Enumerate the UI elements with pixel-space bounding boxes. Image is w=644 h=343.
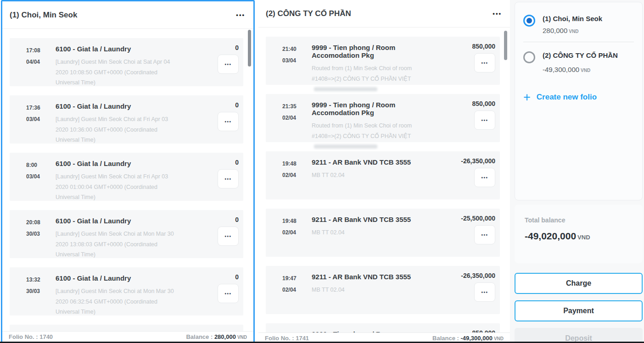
transaction-time: 8:00 xyxy=(26,162,56,168)
transaction-row: 17:08 04/04 6100 - Giat la / Laundry [La… xyxy=(10,38,243,86)
transaction-time: 17:08 xyxy=(26,47,56,54)
transaction-amount: 0 xyxy=(235,101,239,109)
transaction-date: 02/04 xyxy=(282,229,312,236)
transaction-timestamp: 13:32 30/03 xyxy=(10,273,56,315)
transaction-row: 20:08 30/03 6100 - Giat la / Laundry [La… xyxy=(10,210,243,258)
radio-unselected-icon[interactable] xyxy=(523,51,535,63)
transaction-amount: 0 xyxy=(235,216,239,223)
transaction-title: 6100 - Giat la / Laundry xyxy=(56,160,174,167)
folio-option-label: (1) Choi, Min Seok xyxy=(543,13,602,22)
transaction-amount: 850,000 xyxy=(472,329,495,332)
transaction-time: 17:36 xyxy=(26,105,56,111)
folio-sidebar: (1) Choi, Min Seok 280,000VND (2) CÔNG T… xyxy=(510,0,644,343)
folio-column-2: (2) CÔNG TY CỔ PHẦN ••• 21:40 03/04 9999… xyxy=(258,0,510,343)
transaction-menu-button[interactable]: ••• xyxy=(218,55,239,74)
folio-selector-card: (1) Choi, Min Seok 280,000VND (2) CÔNG T… xyxy=(515,2,643,200)
transaction-timestamp: 21:40 03/04 xyxy=(266,43,312,85)
transaction-menu-button[interactable]: ••• xyxy=(474,282,495,302)
transaction-timestamp: 19:48 02/04 xyxy=(266,157,312,199)
folio-number: Folio No. : 1741 xyxy=(265,335,309,342)
transaction-row: 21:35 02/04 9999 - Tien phong / Room Acc… xyxy=(266,94,500,142)
transaction-description: Routed from (1) Min Seok Choi of room #1… xyxy=(312,121,431,152)
transaction-menu-button[interactable]: ••• xyxy=(218,284,239,303)
create-new-folio-button[interactable]: + Create new folio xyxy=(523,93,634,102)
folio-option-amount: -49,300,000VND xyxy=(543,66,618,73)
redacted-text xyxy=(314,87,377,91)
transaction-menu-button[interactable]: ••• xyxy=(474,111,495,130)
folio-option-1[interactable]: (1) Choi, Min Seok 280,000VND xyxy=(523,13,634,34)
total-balance-card: Total balance -49,020,000VND xyxy=(515,205,643,263)
transaction-row: 6100 - Giat la / Laundry 0 ••• xyxy=(10,325,243,331)
transaction-menu-button[interactable]: ••• xyxy=(474,53,495,72)
folio-2-menu-icon[interactable]: ••• xyxy=(493,10,502,17)
transaction-amount: -26,350,000 xyxy=(461,157,495,165)
transaction-description: [Laundry] Guest Min Seok Choi at Fri Apr… xyxy=(56,172,174,203)
transaction-description: [Laundry] Guest Min Seok Choi at Fri Apr… xyxy=(56,114,174,145)
transaction-amount: 850,000 xyxy=(472,43,495,50)
transaction-timestamp xyxy=(10,331,56,331)
folio-number: Folio No. : 1740 xyxy=(9,333,53,340)
transaction-menu-button[interactable]: ••• xyxy=(218,227,239,246)
charge-button[interactable]: Charge xyxy=(515,273,643,294)
transaction-row: 19:47 02/04 9211 - AR Bank VND TCB 3555 … xyxy=(266,266,500,314)
transaction-date: 30/03 xyxy=(26,288,56,294)
scrollbar-thumb[interactable] xyxy=(248,30,251,66)
transaction-row: 17:36 03/04 6100 - Giat la / Laundry [La… xyxy=(10,95,243,144)
folio-option-2[interactable]: (2) CÔNG TY CỔ PHẦN -49,300,000VND xyxy=(523,50,634,73)
transaction-description: MB TT 02.04 xyxy=(312,227,431,238)
folio-1-footer: Folio No. : 1740 Balance : 280,000VND xyxy=(2,331,253,342)
transaction-date: 02/04 xyxy=(282,287,312,293)
transaction-title: 9211 - AR Bank VND TCB 3555 xyxy=(312,273,431,281)
transaction-date: 03/04 xyxy=(282,57,312,64)
folio-1-transaction-list: 17:08 04/04 6100 - Giat la / Laundry [La… xyxy=(2,29,253,331)
transaction-timestamp: 21:35 02/04 xyxy=(266,100,312,142)
total-balance-amount: -49,020,000VND xyxy=(525,231,633,242)
transaction-menu-button[interactable]: ••• xyxy=(218,169,239,188)
transaction-description: MB TT 02.04 xyxy=(312,285,431,295)
transaction-description: Routed from (1) Min Seok Choi of room #1… xyxy=(312,63,431,94)
radio-selected-icon[interactable] xyxy=(523,15,535,27)
transaction-title: 9999 - Tien phong / Room Accomodation Pk… xyxy=(312,101,431,116)
transaction-description: [Laundry] Guest Min Seok Choi at Mon Mar… xyxy=(56,229,174,260)
scrollbar-thumb[interactable] xyxy=(504,31,507,60)
transaction-row: 13:32 30/03 6100 - Giat la / Laundry [La… xyxy=(10,267,243,315)
folio-2-transaction-list: 21:40 03/04 9999 - Tien phong / Room Acc… xyxy=(258,28,510,332)
plus-icon: + xyxy=(523,93,531,101)
transaction-row: 8:00 03/04 6100 - Giat la / Laundry [Lau… xyxy=(10,153,243,201)
transaction-time: 21:40 xyxy=(282,46,312,52)
transaction-title: 9211 - AR Bank VND TCB 3555 xyxy=(312,158,431,166)
transaction-row: 21:50 9999 - Tien phong / Room Accomodat… xyxy=(266,323,500,332)
transaction-date: 03/04 xyxy=(26,173,56,180)
transaction-description: [Laundry] Guest Min Seok Choi at Sat Apr… xyxy=(56,57,174,88)
folio-balance: Balance : 280,000VND xyxy=(186,333,247,340)
transaction-title: 9999 - Tien phong / Room Accomodation Pk… xyxy=(312,330,431,332)
payment-button[interactable]: Payment xyxy=(515,300,643,321)
transaction-description: MB TT 02.04 xyxy=(312,170,431,181)
transaction-time: 19:48 xyxy=(282,160,312,167)
transaction-time: 20:08 xyxy=(26,219,56,226)
folio-2-title: (2) CÔNG TY CỔ PHẦN xyxy=(266,9,351,18)
folio-1-menu-icon[interactable]: ••• xyxy=(236,11,245,18)
transaction-amount: 850,000 xyxy=(472,100,495,107)
folio-1-header: (1) Choi, Min Seok ••• xyxy=(2,1,253,29)
transaction-timestamp: 8:00 03/04 xyxy=(10,159,56,201)
transaction-row: 19:48 02/04 9211 - AR Bank VND TCB 3555 … xyxy=(266,151,500,199)
create-new-folio-label: Create new folio xyxy=(537,93,597,102)
transaction-timestamp: 17:08 04/04 xyxy=(10,44,56,86)
transaction-menu-button[interactable]: ••• xyxy=(474,168,495,187)
transaction-timestamp: 21:50 xyxy=(266,329,312,332)
transaction-date: 30/03 xyxy=(26,231,56,237)
transaction-amount: 0 xyxy=(235,331,239,331)
transaction-date: 04/04 xyxy=(26,59,56,65)
transaction-menu-button[interactable]: ••• xyxy=(474,225,495,244)
transaction-amount: -25,500,000 xyxy=(461,215,495,222)
folio-option-amount: 280,000VND xyxy=(543,27,602,34)
folio-column-1: (1) Choi, Min Seok ••• 17:08 04/04 6100 … xyxy=(1,0,255,343)
transaction-timestamp: 19:48 02/04 xyxy=(266,215,312,257)
transaction-amount: 0 xyxy=(235,44,239,51)
deposit-button[interactable]: Deposit xyxy=(515,328,643,343)
transaction-menu-button[interactable]: ••• xyxy=(218,112,239,131)
redacted-text xyxy=(314,144,377,149)
transaction-timestamp: 17:36 03/04 xyxy=(10,101,56,144)
transaction-timestamp: 20:08 30/03 xyxy=(10,216,56,258)
